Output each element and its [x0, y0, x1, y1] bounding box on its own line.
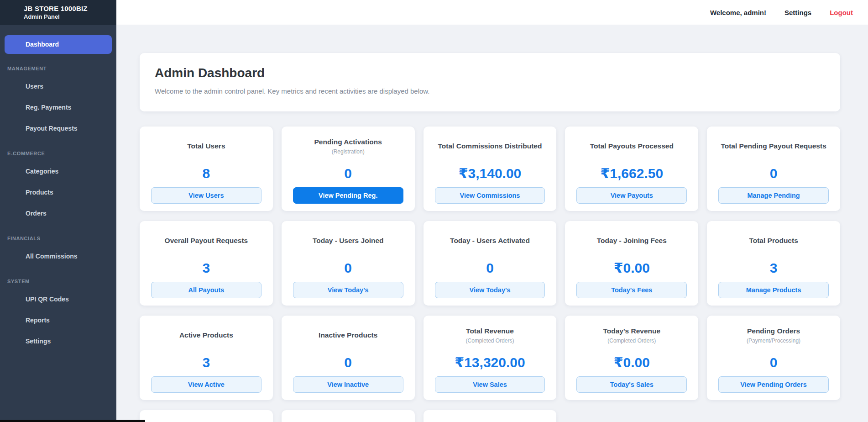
stat-action-manage-pending[interactable]: Manage Pending: [718, 187, 829, 204]
stat-value: 0: [770, 348, 778, 376]
sidebar-item-upi-qr-codes[interactable]: UPI QR Codes: [0, 289, 116, 310]
stat-action-manage-products[interactable]: Manage Products: [718, 282, 829, 298]
stat-label: Total Payouts Processed: [590, 142, 674, 150]
stat-action-today-s-sales[interactable]: Today's Sales: [576, 376, 687, 393]
sidebar-nav: DashboardMANAGEMENTUsersReg. PaymentsPay…: [0, 25, 116, 352]
settings-link[interactable]: Settings: [784, 9, 811, 16]
stat-value: 3: [770, 254, 778, 282]
stat-card-header: Total Commissions Distributed: [438, 133, 542, 159]
stat-value: 3: [203, 348, 210, 376]
stat-sublabel: (Completed Orders): [465, 338, 514, 344]
stat-card-pending-activations: Pending Activations(Registration)0View P…: [282, 127, 415, 211]
stat-label: Total Revenue: [466, 327, 514, 335]
stat-card-today-s-revenue: Today's Revenue(Completed Orders)₹0.00To…: [565, 316, 698, 400]
stat-value: ₹0.00: [614, 348, 650, 376]
stat-action-view-today-s[interactable]: View Today's: [435, 282, 545, 298]
logout-link[interactable]: Logout: [830, 9, 853, 16]
stat-card-total-revenue: Total Revenue(Completed Orders)₹13,320.0…: [424, 316, 557, 400]
stat-card-header: Total Pending Payout Requests: [721, 133, 826, 159]
stat-card-today-joining-fees: Today - Joining Fees₹0.00Today's Fees: [565, 221, 698, 306]
stat-value: 0: [344, 159, 352, 187]
stat-card-header: Today - Joining Fees: [597, 227, 667, 254]
stat-action-today-s-fees[interactable]: Today's Fees: [576, 282, 687, 298]
stat-label: Total Pending Payout Requests: [721, 142, 826, 150]
stat-card-header: Pending Activations(Registration): [314, 133, 382, 159]
stat-label: Inactive Products: [319, 331, 377, 339]
stat-sublabel: (Completed Orders): [607, 338, 656, 344]
stat-label: Total Commissions Distributed: [438, 142, 542, 150]
nav-section-label-financials: FINANCIALS: [7, 236, 116, 241]
stat-value: 8: [203, 159, 210, 187]
bottom-black-bar: [0, 420, 145, 422]
stat-action-all-payouts[interactable]: All Payouts: [151, 282, 261, 298]
stat-label: Pending Orders: [747, 327, 800, 335]
sidebar-item-reports[interactable]: Reports: [0, 310, 116, 331]
sidebar-item-orders[interactable]: Orders: [0, 203, 116, 224]
stat-action-view-commissions[interactable]: View Commissions: [435, 187, 545, 204]
stat-card-today-users-activated: Today - Users Activated0View Today's: [424, 221, 557, 306]
stat-action-view-active[interactable]: View Active: [151, 376, 261, 393]
sidebar-header: JB STORE 1000BIZ Admin Panel: [0, 0, 116, 25]
stat-value: ₹0.00: [614, 254, 650, 282]
stat-label: Total Products: [749, 236, 798, 245]
stat-action-view-pending-orders[interactable]: View Pending Orders: [718, 376, 829, 393]
stat-card-partial: [140, 410, 273, 422]
stat-action-view-users[interactable]: View Users: [151, 187, 261, 204]
stat-card-total-users: Total Users8View Users: [140, 127, 273, 211]
main-content: Admin Dashboard Welcome to the admin con…: [116, 25, 868, 422]
stat-card-header: Total Revenue(Completed Orders): [465, 322, 514, 348]
stat-action-view-today-s[interactable]: View Today's: [293, 282, 403, 298]
sidebar-item-products[interactable]: Products: [0, 182, 116, 203]
sidebar-item-categories[interactable]: Categories: [0, 161, 116, 182]
page-subtitle: Welcome to the admin control panel. Key …: [155, 87, 825, 95]
stat-label: Active Products: [179, 331, 233, 339]
stat-value: ₹1,662.50: [600, 159, 663, 187]
nav-section-label-management: MANAGEMENT: [7, 66, 116, 71]
stat-card-header: Active Products: [179, 322, 233, 348]
stat-card-header: Total Users: [187, 133, 225, 159]
stat-card-inactive-products: Inactive Products0View Inactive: [282, 316, 415, 400]
stat-card-header: Overall Payout Requests: [165, 227, 248, 254]
stat-card-header: Pending Orders(Payment/Processing): [747, 322, 800, 348]
sidebar-item-payout-requests[interactable]: Payout Requests: [0, 118, 116, 139]
stat-card-overall-payout-requests: Overall Payout Requests3All Payouts: [140, 221, 273, 306]
stat-card-total-commissions-distributed: Total Commissions Distributed₹3,140.00Vi…: [424, 127, 557, 211]
stat-card-header: Inactive Products: [319, 322, 377, 348]
stat-card-header: Today - Users Joined: [313, 227, 384, 254]
stat-action-view-payouts[interactable]: View Payouts: [576, 187, 687, 204]
stat-action-view-sales[interactable]: View Sales: [435, 376, 545, 393]
stat-label: Today - Joining Fees: [597, 236, 667, 245]
stat-value: 0: [344, 254, 352, 282]
topbar: Welcome, admin! Settings Logout: [116, 0, 868, 25]
stat-card-total-products: Total Products3Manage Products: [707, 221, 840, 306]
stat-label: Overall Payout Requests: [165, 236, 248, 245]
sidebar-item-all-commissions[interactable]: All Commissions: [0, 246, 116, 267]
stat-card-total-payouts-processed: Total Payouts Processed₹1,662.50View Pay…: [565, 127, 698, 211]
sidebar-item-dashboard[interactable]: Dashboard: [5, 35, 112, 54]
admin-panel-label: Admin Panel: [24, 13, 116, 21]
sidebar: JB STORE 1000BIZ Admin Panel DashboardMA…: [0, 0, 116, 422]
welcome-text: Welcome, admin!: [710, 9, 766, 16]
stat-card-pending-orders: Pending Orders(Payment/Processing)0View …: [707, 316, 840, 400]
stat-value: 0: [344, 348, 352, 376]
stat-value: ₹13,320.00: [455, 348, 525, 376]
store-title: JB STORE 1000BIZ: [24, 4, 116, 13]
stat-value: 0: [486, 254, 494, 282]
sidebar-item-users[interactable]: Users: [0, 76, 116, 97]
stat-label: Today - Users Activated: [450, 236, 530, 245]
stat-card-total-pending-payout-requests: Total Pending Payout Requests0Manage Pen…: [707, 127, 840, 211]
stat-action-view-inactive[interactable]: View Inactive: [293, 376, 403, 393]
nav-section-label-system: SYSTEM: [7, 279, 116, 284]
stat-value: 3: [203, 254, 210, 282]
stat-action-view-pending-reg[interactable]: View Pending Reg.: [293, 187, 403, 204]
stat-card-header: Today - Users Activated: [450, 227, 530, 254]
stats-grid: Total Users8View UsersPending Activation…: [140, 127, 840, 422]
stat-label: Pending Activations: [314, 137, 382, 146]
stat-value: 0: [770, 159, 778, 187]
sidebar-item-reg-payments[interactable]: Reg. Payments: [0, 97, 116, 118]
stat-sublabel: (Registration): [332, 148, 365, 155]
stat-label: Today - Users Joined: [313, 236, 384, 245]
sidebar-item-settings[interactable]: Settings: [0, 331, 116, 352]
stat-label: Today's Revenue: [603, 327, 660, 335]
stat-card-header: Total Products: [749, 227, 798, 254]
